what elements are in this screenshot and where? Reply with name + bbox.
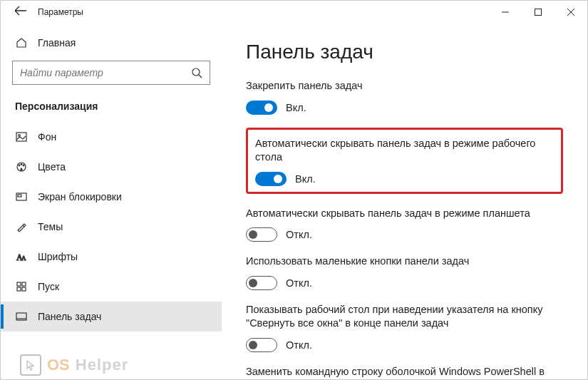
svg-point-3 (19, 135, 21, 137)
sidebar-item-label: Цвета (38, 161, 66, 173)
watermark-helper: Helper (76, 356, 128, 374)
sidebar-item-label: Темы (38, 221, 63, 232)
close-button[interactable] (555, 1, 587, 24)
sidebar-item-label: Шрифты (38, 251, 78, 262)
sidebar-item-lock-screen[interactable]: Экран блокировки (1, 182, 222, 212)
sidebar-item-taskbar[interactable]: Панель задач (1, 302, 222, 332)
toggle-state-label: Вкл. (295, 173, 316, 185)
toggle-state-label: Откл. (286, 339, 312, 351)
svg-rect-9 (18, 195, 21, 197)
toggle-state-label: Откл. (286, 229, 312, 240)
sidebar-section-label: Персонализация (1, 95, 222, 122)
toggle-state-label: Вкл. (286, 102, 306, 113)
watermark-os: OS (47, 356, 70, 374)
search-icon (184, 67, 210, 78)
home-icon (15, 36, 28, 49)
setting-0: Закрепить панель задачВкл. (246, 79, 566, 115)
toggle-switch[interactable] (255, 172, 287, 186)
toggle-switch[interactable] (246, 338, 277, 352)
sidebar-home[interactable]: Главная (1, 29, 222, 56)
sidebar-item-fonts[interactable]: AAШрифты (1, 242, 222, 272)
toggle-switch[interactable] (246, 227, 277, 242)
svg-point-1 (192, 68, 200, 76)
titlebar: Параметры (1, 1, 587, 24)
search-input[interactable] (13, 61, 184, 84)
lock-screen-icon (15, 190, 28, 203)
sidebar-item-label: Фон (38, 131, 56, 143)
setting-label: Заменить командную строку оболочкой Wind… (246, 365, 566, 379)
toggle-switch[interactable] (246, 101, 277, 115)
svg-point-5 (19, 165, 20, 166)
svg-rect-13 (22, 282, 26, 286)
setting-label: Автоматически скрывать панель задач в ре… (255, 137, 554, 165)
maximize-button[interactable] (522, 1, 555, 24)
svg-rect-15 (22, 287, 26, 291)
sidebar-item-label: Пуск (38, 281, 59, 292)
start-icon (15, 280, 28, 293)
sidebar-item-label: Экран блокировки (38, 191, 122, 202)
setting-label: Показывать рабочий стол при наведении ук… (246, 303, 566, 331)
main-content: Панель задач Закрепить панель задачВкл.А… (222, 24, 587, 379)
setting-label: Закрепить панель задач (246, 79, 566, 93)
fonts-icon: AA (15, 250, 28, 263)
svg-text:A: A (21, 255, 26, 262)
setting-4: Показывать рабочий стол при наведении ук… (246, 303, 566, 352)
setting-1: Автоматически скрывать панель задач в ре… (246, 128, 563, 194)
sidebar: Главная Персонализация ФонЦветаЭкран бло… (1, 24, 222, 379)
picture-icon (15, 130, 28, 143)
svg-rect-0 (535, 9, 542, 16)
svg-rect-12 (17, 282, 21, 286)
svg-point-6 (21, 164, 22, 165)
setting-3: Использовать маленькие кнопки панели зад… (246, 255, 566, 290)
sidebar-item-start[interactable]: Пуск (1, 272, 222, 302)
window-title: Параметры (35, 7, 83, 17)
sidebar-home-label: Главная (38, 37, 76, 48)
cursor-icon (20, 354, 41, 376)
toggle-switch[interactable] (246, 276, 277, 290)
minimize-button[interactable] (489, 1, 522, 24)
setting-5: Заменить командную строку оболочкой Wind… (246, 365, 566, 379)
setting-label: Использовать маленькие кнопки панели зад… (246, 255, 566, 269)
settings-window: Параметры Главная Персонализация ФонЦве (0, 0, 588, 380)
search-box[interactable] (12, 61, 210, 85)
sidebar-item-label: Панель задач (38, 311, 101, 322)
page-title: Панель задач (246, 41, 566, 63)
sidebar-item-themes[interactable]: Темы (1, 212, 222, 242)
window-controls (489, 1, 587, 24)
toggle-state-label: Откл. (286, 277, 312, 289)
setting-2: Автоматически скрывать панель задач в ре… (246, 207, 566, 242)
palette-icon (15, 160, 28, 173)
sidebar-item-picture[interactable]: Фон (1, 122, 222, 152)
watermark: OS Helper (20, 354, 128, 376)
back-button[interactable] (6, 5, 35, 19)
taskbar-icon (15, 310, 28, 323)
svg-point-7 (23, 165, 24, 166)
themes-icon (15, 220, 28, 233)
sidebar-item-palette[interactable]: Цвета (1, 152, 222, 182)
setting-label: Автоматически скрывать панель задач в ре… (246, 207, 566, 221)
svg-rect-14 (17, 287, 21, 291)
